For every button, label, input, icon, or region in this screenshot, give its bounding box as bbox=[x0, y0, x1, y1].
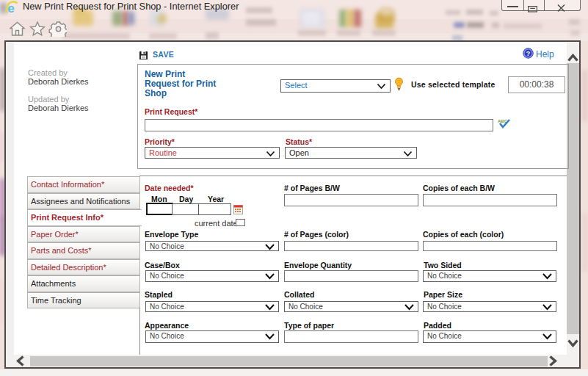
svg-text:?: ? bbox=[526, 49, 531, 57]
